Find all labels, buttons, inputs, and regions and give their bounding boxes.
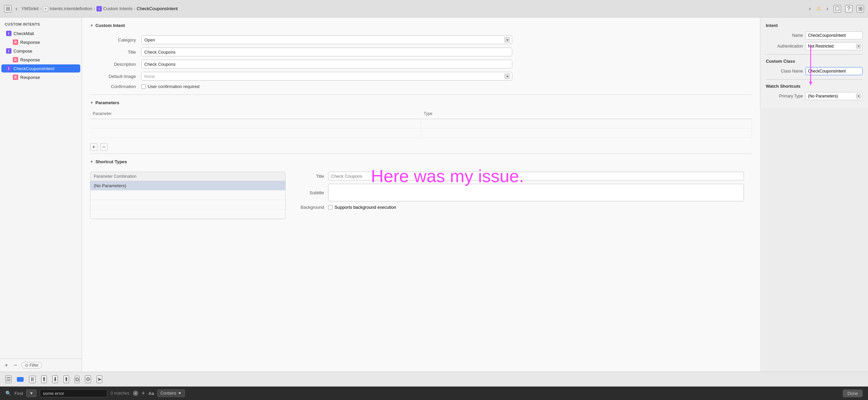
sidebar-header: CUSTOM INTENTS — [0, 18, 82, 29]
find-search-icon: 🔍 — [5, 391, 11, 396]
background-check-label: Supports background execution — [335, 205, 396, 210]
background-checkbox[interactable] — [328, 205, 332, 209]
col-parameter: Parameter — [90, 110, 421, 117]
parameters-title: Parameters — [95, 100, 119, 105]
panel-classname-input[interactable] — [806, 67, 863, 75]
shortcut-title-input[interactable] — [328, 172, 744, 180]
shortcut-form: Title Subtitle Background Supports backg… — [286, 172, 752, 219]
find-input[interactable] — [40, 389, 107, 397]
category-label: Category — [90, 35, 137, 44]
params-collapse-triangle[interactable]: ▼ — [90, 101, 93, 105]
intent-panel-title: Intent — [766, 23, 863, 28]
nav-back-button2[interactable]: ‹ — [808, 5, 812, 12]
sidebar-item-response2[interactable]: R Response — [1, 56, 80, 64]
filter-label: Filter — [30, 363, 39, 368]
sidebar-item-label: Response — [20, 75, 40, 80]
panel-primary-type-wrap: (No Parameters) ▾ — [806, 92, 863, 100]
collapse-triangle[interactable]: ▼ — [90, 24, 93, 27]
shortcut-subtitle-input[interactable] — [328, 184, 744, 201]
warning-icon: ⚠ — [816, 5, 821, 12]
custom-intent-header: ▼ Custom Intent — [90, 23, 752, 28]
content-wrapper: CUSTOM INTENTS I CheckMail R Response I … — [0, 18, 868, 372]
panel-primary-type-row: Primary Type (No Parameters) ▾ — [766, 92, 863, 100]
panel-name-input[interactable] — [806, 31, 863, 39]
find-dropdown-button[interactable]: ▼ — [26, 390, 36, 397]
add-intent-button[interactable]: + — [3, 362, 10, 369]
description-input[interactable] — [141, 60, 512, 68]
find-matches-count: 0 matches — [111, 391, 129, 396]
main-content: ▼ Custom Intent Category Open ▾ Title De… — [82, 18, 760, 372]
table-row — [90, 119, 752, 128]
default-image-select[interactable]: None — [141, 72, 512, 81]
sidebar-item-response1[interactable]: R Response — [1, 38, 80, 46]
filter-button[interactable]: ⊙ Filter — [21, 362, 42, 369]
inspector-icon-button[interactable]: ⊞ — [857, 5, 864, 12]
sidebar-toggle-button[interactable]: ⊞ — [4, 5, 11, 12]
intent-icon: I — [6, 66, 11, 71]
shortcut-collapse-triangle[interactable]: ▼ — [90, 160, 93, 164]
params-add-remove-row: + − — [82, 141, 760, 153]
panel-auth-select-wrap: Not Restricted ▾ — [806, 42, 863, 50]
remove-intent-button[interactable]: − — [12, 362, 19, 369]
find-add-button[interactable]: + — [142, 390, 145, 397]
right-panel-wrapper: Intent Name Authentication Not Restricte… — [760, 18, 868, 372]
bt-dot-icon — [17, 377, 24, 382]
sidebar-item-label: Response — [20, 57, 40, 62]
breadcrumb-current: CheckCouponsIntent — [137, 6, 178, 11]
title-input[interactable] — [141, 48, 512, 56]
nav-back-button[interactable]: ‹ — [14, 5, 19, 12]
custom-intent-title: Custom Intent — [95, 23, 125, 28]
shortcut-form-grid: Title Subtitle Background Supports backg… — [294, 172, 744, 210]
find-clear-button[interactable]: ✕ — [133, 391, 138, 396]
custom-intent-section: ▼ Custom Intent — [82, 18, 760, 28]
confirmation-check-label: User confirmation required — [148, 84, 199, 89]
response-icon: R — [13, 75, 18, 80]
table-row — [90, 128, 752, 138]
sidebar-item-checkmail[interactable]: I CheckMail — [1, 29, 80, 37]
remove-param-button[interactable]: − — [100, 143, 108, 151]
shortcut-types-header: ▼ Shortcut Types — [90, 159, 752, 164]
shortcut-list-header: Parameter Combination — [90, 172, 285, 181]
bt-send-icon[interactable]: ➤ — [96, 375, 102, 383]
shortcut-list-item[interactable]: (No Parameters) — [90, 181, 285, 191]
sidebar: CUSTOM INTENTS I CheckMail R Response I … — [0, 18, 82, 372]
sidebar-item-checkcoupons[interactable]: I CheckCouponsIntent — [1, 64, 80, 73]
panel-auth-row: Authentication Not Restricted ▾ — [766, 42, 863, 50]
panel-divider2 — [766, 79, 863, 80]
find-done-button[interactable]: Done — [843, 390, 863, 397]
col-type: Type — [421, 110, 752, 117]
bt-up2-icon[interactable]: ⬆ — [63, 375, 69, 383]
shortcut-background-label: Background — [294, 205, 324, 210]
nav-forward-button[interactable]: › — [825, 5, 830, 12]
sidebar-footer: + − ⊙ Filter — [0, 359, 82, 372]
sidebar-item-response3[interactable]: R Response — [1, 73, 80, 81]
shortcut-list-item[interactable] — [90, 209, 285, 219]
panel-name-label: Name — [766, 33, 803, 38]
bottom-toolbar: ☰ ⏸ ⬆ ⬇ ⬆ ⧉ ⚙ ➤ — [0, 372, 868, 387]
sidebar-item-compose[interactable]: I Compose — [1, 47, 80, 55]
shortcut-list-item[interactable] — [90, 191, 285, 200]
help-icon-button[interactable]: ? — [845, 5, 852, 12]
add-param-button[interactable]: + — [90, 143, 97, 151]
background-row: Supports background execution — [328, 205, 744, 210]
confirmation-checkbox[interactable] — [141, 84, 146, 89]
panel-primary-type-select[interactable]: (No Parameters) — [806, 92, 863, 100]
bt-overlap-icon[interactable]: ⧉ — [75, 376, 80, 383]
parameters-table: Parameter Type — [90, 110, 752, 138]
bt-up-icon[interactable]: ⬆ — [41, 375, 47, 383]
document-icon-button[interactable]: ☐ — [834, 5, 841, 12]
bt-gear-icon[interactable]: ⚙ — [85, 375, 91, 383]
bt-pause-icon[interactable]: ⏸ — [29, 376, 36, 383]
parameters-section: ▼ Parameters — [82, 95, 760, 105]
find-contains-button[interactable]: Contains ▼ — [157, 390, 185, 397]
bt-menu-icon[interactable]: ☰ — [5, 375, 11, 383]
category-select[interactable]: Open — [141, 35, 512, 44]
shortcut-list-item[interactable] — [90, 200, 285, 209]
bt-down-icon[interactable]: ⬇ — [52, 375, 58, 383]
category-select-wrapper: Open ▾ — [141, 35, 512, 44]
panel-auth-select[interactable]: Not Restricted — [806, 42, 863, 50]
find-aa-button[interactable]: Aa — [148, 391, 154, 396]
intent-icon: I — [6, 31, 11, 36]
find-bar: 🔍 Find ▼ 0 matches ✕ + Aa Contains ▼ Don… — [0, 387, 868, 400]
params-header-row: Parameter Type — [90, 110, 752, 119]
